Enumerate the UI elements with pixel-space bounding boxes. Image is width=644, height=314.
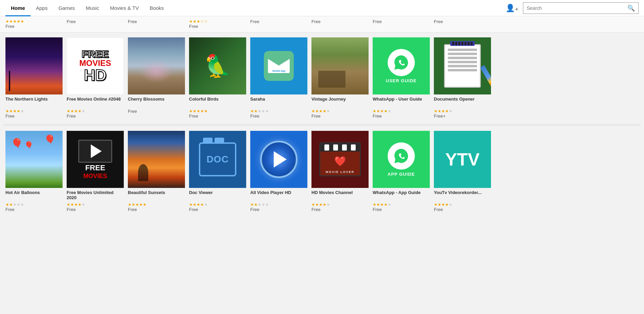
app-stars-hot-air-balloons: ★★★★★ — [5, 202, 63, 207]
app-stars-hd-movies-channel: ★★★★★ — [311, 202, 369, 207]
strip-price: Free — [5, 24, 63, 29]
app-card-all-video-player[interactable]: All Video Player HD ★★★★★ Free — [248, 131, 309, 212]
app-name-hot-air-balloons: Hot Air Balloons — [5, 190, 63, 202]
app-thumb-saraha: Saraha App — [250, 37, 307, 94]
app-price-hot-air-balloons: Free — [5, 207, 63, 212]
strip-price: Free — [434, 19, 491, 24]
nav-item-home[interactable]: Home — [5, 0, 31, 16]
strip-cell: Free — [126, 19, 187, 29]
app-card-saraha[interactable]: Saraha App Saraha ★★★★★ Free — [248, 37, 309, 119]
app-card-whatsapp-app-guide[interactable]: APP GUIDE WhatsApp - App Guide ★★★★★ Fre… — [371, 131, 432, 212]
app-thumb-youtv: YTV — [434, 131, 491, 188]
app-name-beautiful-sunsets: Beautiful Sunsets — [128, 190, 185, 202]
strip-price: Free — [311, 19, 369, 24]
strip-price: Free — [128, 19, 185, 24]
app-name-free-movies-hd: Free Movies Online #2048 — [67, 97, 124, 109]
app-card-youtv[interactable]: YTV YouTv Videorekorder... ★★★★★ Free — [432, 131, 493, 212]
app-thumb-whatsapp-app-guide: APP GUIDE — [373, 131, 430, 188]
nav-item-movies-tv[interactable]: Movies & TV — [104, 0, 144, 16]
app-price-vintage-journey: Free — [311, 114, 369, 119]
app-card-free-movies-unlimited[interactable]: FREE MOVIES Free Movies Unlimited 2020 ★… — [65, 131, 126, 212]
app-thumb-documents-opener — [434, 37, 491, 94]
app-card-cherry-blossoms[interactable]: Cherry Blossoms Free — [126, 37, 187, 119]
strip-cell: Free — [371, 19, 432, 29]
app-name-hd-movies-channel: HD Movies Channel — [311, 190, 369, 202]
account-icon[interactable]: 👤₊ — [506, 4, 519, 13]
strip-price: Free — [189, 24, 246, 29]
app-card-colorful-birds[interactable]: 🦜 Colorful Birds ★★★★★ Free — [187, 37, 248, 119]
app-stars-beautiful-sunsets: ★★★★★ — [128, 202, 185, 207]
strip-cell: Free — [248, 19, 309, 29]
app-price-free-movies-hd: Free — [67, 114, 124, 119]
app-card-documents-opener[interactable]: Documents Opener ★★★★★ Free+ — [432, 37, 493, 119]
strip-cell: ★★★★★ Free — [3, 19, 65, 29]
app-stars-colorful-birds: ★★★★★ — [189, 109, 246, 114]
app-thumb-all-video-player — [250, 131, 307, 188]
app-name-northern-lights: The Northern Lights — [5, 97, 63, 109]
app-thumb-colorful-birds: 🦜 — [189, 37, 246, 94]
app-name-all-video-player: All Video Player HD — [250, 190, 307, 202]
app-card-northern-lights[interactable]: The Northern Lights ★★★★★ Free — [3, 37, 65, 119]
app-thumb-free-movies-hd: FREE MOVIES HD — [67, 37, 124, 94]
app-thumb-whatsapp-user-guide: USER GUIDE — [373, 37, 430, 94]
app-card-vintage-journey[interactable]: Vintage Journey ★★★★★ Free — [309, 37, 371, 119]
app-price-doc-viewer: Free — [189, 207, 246, 212]
app-price-whatsapp-app-guide: Free — [373, 207, 430, 212]
strip-cell: Free — [65, 19, 126, 29]
strip-stars: ★★★★★ — [5, 19, 63, 24]
strip-cell: ★★★☆☆ Free — [187, 19, 248, 29]
nav-item-books[interactable]: Books — [144, 0, 169, 16]
top-strip: ★★★★★ Free Free Free ★★★☆☆ Free Free Fre… — [0, 16, 644, 33]
app-stars-all-video-player: ★★★★★ — [250, 202, 307, 207]
strip-price: Free — [373, 19, 430, 24]
app-name-free-movies-unlimited: Free Movies Unlimited 2020 — [67, 190, 124, 202]
nav-item-music[interactable]: Music — [80, 0, 104, 16]
app-stars-northern-lights: ★★★★★ — [5, 109, 63, 114]
search-box: 🔍 — [523, 2, 639, 14]
app-thumb-vintage-journey — [311, 37, 369, 94]
app-stars-youtv: ★★★★★ — [434, 202, 491, 207]
nav-item-games[interactable]: Games — [53, 0, 80, 16]
app-thumb-doc-viewer: DOC — [189, 131, 246, 188]
search-button[interactable]: 🔍 — [624, 4, 638, 12]
app-thumb-hd-movies-channel: ❤️ MOVIE LOVER — [311, 131, 369, 188]
app-thumb-hot-air-balloons: 🎈 🎈 🎈 — [5, 131, 63, 188]
app-stars-documents-opener: ★★★★★ — [434, 109, 491, 114]
app-name-colorful-birds: Colorful Birds — [189, 97, 246, 109]
app-name-whatsapp-user-guide: WhatsApp - User Guide — [373, 97, 430, 109]
app-thumb-free-movies-unlimited: FREE MOVIES — [67, 131, 124, 188]
app-thumb-beautiful-sunsets — [128, 131, 185, 188]
app-price-free-movies-unlimited: Free — [67, 207, 124, 212]
search-input[interactable] — [523, 5, 624, 11]
app-card-doc-viewer[interactable]: DOC Doc Viewer ★★★★★ Free — [187, 131, 248, 212]
app-price-whatsapp-user-guide: Free — [373, 114, 430, 119]
app-row-1: The Northern Lights ★★★★★ Free FREE MOVI… — [0, 33, 644, 124]
strip-price: Free — [250, 19, 307, 24]
app-name-cherry-blossoms: Cherry Blossoms — [128, 97, 185, 109]
app-name-youtv: YouTv Videorekorder... — [434, 190, 491, 202]
app-price-saraha: Free — [250, 114, 307, 119]
strip-cell: Free — [432, 19, 493, 29]
app-price-colorful-birds: Free — [189, 114, 246, 119]
app-price-youtv: Free — [434, 207, 491, 212]
app-card-hot-air-balloons[interactable]: 🎈 🎈 🎈 Hot Air Balloons ★★★★★ Free — [3, 131, 65, 212]
nav-item-apps[interactable]: Apps — [31, 0, 53, 16]
app-price-beautiful-sunsets: Free — [128, 207, 185, 212]
app-price-hd-movies-channel: Free — [311, 207, 369, 212]
strip-price: Free — [67, 19, 124, 24]
app-card-whatsapp-user-guide[interactable]: USER GUIDE WhatsApp - User Guide ★★★★★ F… — [371, 37, 432, 119]
app-stars-free-movies-hd: ★★★★★ — [67, 109, 124, 114]
app-name-vintage-journey: Vintage Journey — [311, 97, 369, 109]
app-price-documents-opener: Free+ — [434, 114, 491, 119]
strip-cell: Free — [309, 19, 371, 29]
app-thumb-northern-lights — [5, 37, 63, 94]
app-card-free-movies-hd[interactable]: FREE MOVIES HD Free Movies Online #2048 … — [65, 37, 126, 119]
app-card-beautiful-sunsets[interactable]: Beautiful Sunsets ★★★★★ Free — [126, 131, 187, 212]
app-stars-free-movies-unlimited: ★★★★★ — [67, 202, 124, 207]
app-card-hd-movies-channel[interactable]: ❤️ MOVIE LOVER HD Movies Channel ★★★★★ F… — [309, 131, 371, 212]
app-thumb-cherry-blossoms — [128, 37, 185, 94]
app-name-documents-opener: Documents Opener — [434, 97, 491, 109]
app-price-all-video-player: Free — [250, 207, 307, 212]
strip-stars: ★★★☆☆ — [189, 19, 246, 24]
app-price-northern-lights: Free — [5, 114, 63, 119]
